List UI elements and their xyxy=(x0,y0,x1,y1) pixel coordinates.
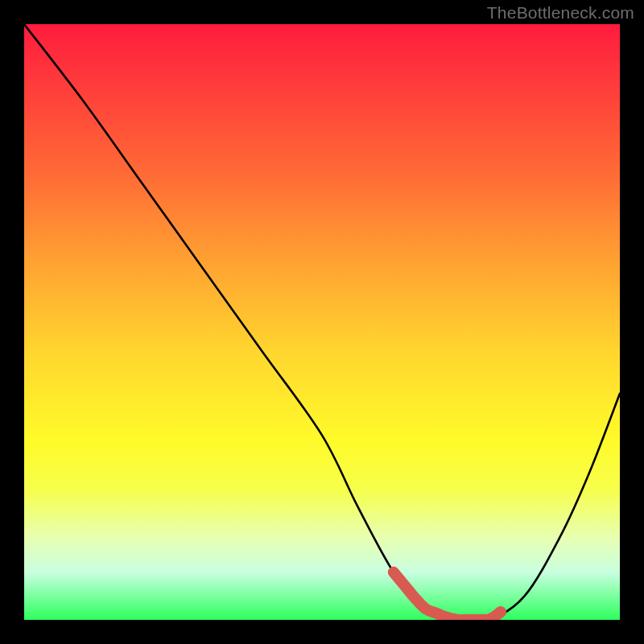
curve-svg xyxy=(24,24,620,620)
flat-region-highlight xyxy=(394,572,501,620)
plot-area xyxy=(24,24,620,620)
watermark-text: TheBottleneck.com xyxy=(487,3,634,23)
chart-frame: TheBottleneck.com xyxy=(0,0,644,644)
bottleneck-curve-path xyxy=(24,24,620,620)
